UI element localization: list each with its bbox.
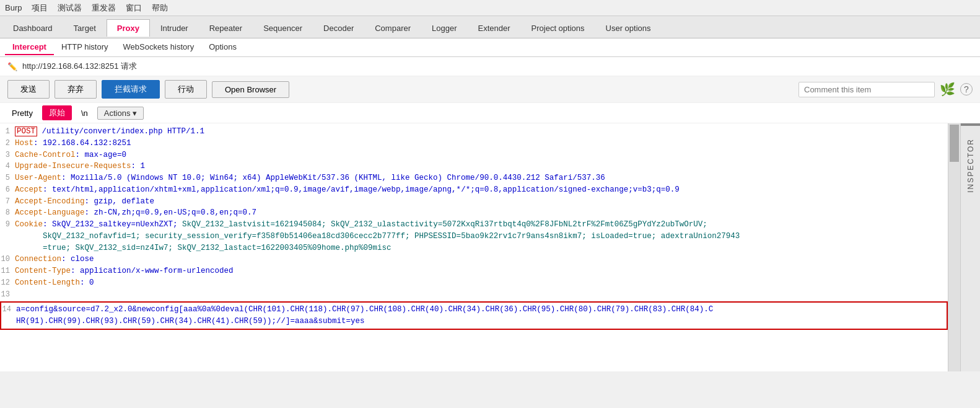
- action-button[interactable]: 行动: [165, 80, 207, 99]
- actions-dropdown[interactable]: Actions ▾: [97, 107, 144, 120]
- subtab-websockets-history[interactable]: WebSockets history: [116, 40, 202, 55]
- tab-extender[interactable]: Extender: [468, 19, 521, 37]
- tab-repeater[interactable]: Repeater: [199, 19, 253, 37]
- tab-dashboard[interactable]: Dashboard: [2, 19, 63, 37]
- code-editor[interactable]: 1 POST /utility/convert/index.php HTTP/1…: [0, 123, 948, 371]
- tab-proxy[interactable]: Proxy: [107, 19, 150, 37]
- table-row: 7 Accept-Encoding: gzip, deflate: [0, 196, 948, 208]
- scrollbar-thumb[interactable]: [950, 125, 959, 162]
- actions-bar: 发送 弃弃 拦截请求 行动 Open Browser 🌿 ?: [0, 76, 980, 103]
- table-row: 14 a=config&source=d7.2_x2.0&newconfig[a…: [0, 301, 948, 330]
- menu-project[interactable]: 项目: [32, 2, 48, 14]
- raw-button[interactable]: 原始: [42, 105, 72, 120]
- table-row: 2 Host: 192.168.64.132:8251: [0, 138, 948, 149]
- table-row: 1 POST /utility/convert/index.php HTTP/1…: [0, 126, 948, 138]
- table-row: 4 Upgrade-Insecure-Requests: 1: [0, 161, 948, 172]
- format-bar: Pretty 原始 \n Actions ▾: [0, 103, 980, 123]
- menu-help[interactable]: 帮助: [152, 2, 168, 14]
- table-row: 5 User-Agent: Mozilla/5.0 (Windows NT 10…: [0, 172, 948, 184]
- inspector-top-bar: [961, 123, 980, 126]
- url-bar: ✏️ http://192.168.64.132:8251 请求: [0, 57, 980, 76]
- subtab-http-history[interactable]: HTTP history: [54, 40, 116, 55]
- chevron-down-icon: ▾: [133, 109, 137, 118]
- table-row: 12 Content-Length: 0: [0, 277, 948, 289]
- send-button[interactable]: 发送: [7, 80, 50, 99]
- main-content: 1 POST /utility/convert/index.php HTTP/1…: [0, 123, 980, 371]
- table-row: 3 Cache-Control: max-age=0: [0, 149, 948, 161]
- colorful-icon[interactable]: 🌿: [940, 82, 955, 97]
- tab-user-options[interactable]: User options: [595, 19, 662, 37]
- actions-label: Actions: [104, 109, 131, 118]
- table-row: 11 Content-Type: application/x-www-form-…: [0, 265, 948, 277]
- table-row: 9 Cookie: SkQV_2132_saltkey=nUexhZXT; Sk…: [0, 219, 948, 254]
- newline-button[interactable]: \n: [74, 107, 95, 120]
- tab-decoder[interactable]: Decoder: [313, 19, 364, 37]
- top-nav: Dashboard Target Proxy Intruder Repeater…: [0, 16, 980, 38]
- menubar: Burp 项目 测试器 重发器 窗口 帮助: [0, 0, 980, 16]
- tab-intruder[interactable]: Intruder: [150, 19, 199, 37]
- pretty-button[interactable]: Pretty: [5, 107, 40, 120]
- request-url: http://192.168.64.132:8251 请求: [22, 61, 137, 72]
- tab-target[interactable]: Target: [63, 19, 107, 37]
- tab-sequencer[interactable]: Sequencer: [253, 19, 313, 37]
- subtab-options[interactable]: Options: [201, 40, 244, 55]
- discard-button[interactable]: 弃弃: [55, 80, 97, 99]
- inspector-label: INSPECTOR: [966, 138, 975, 193]
- table-row: 6 Accept: text/html,application/xhtml+xm…: [0, 184, 948, 196]
- table-row: 10 Connection: close: [0, 254, 948, 265]
- subtab-intercept[interactable]: Intercept: [5, 40, 54, 55]
- menu-tester[interactable]: 测试器: [58, 2, 82, 14]
- sub-nav: Intercept HTTP history WebSockets histor…: [0, 38, 980, 57]
- menu-burp[interactable]: Burp: [5, 3, 22, 12]
- menu-repeater[interactable]: 重发器: [92, 2, 116, 14]
- table-row: 13: [0, 289, 948, 301]
- pencil-icon: ✏️: [7, 62, 17, 71]
- inspector-sidebar: INSPECTOR: [960, 123, 980, 371]
- tab-comparer[interactable]: Comparer: [364, 19, 421, 37]
- scrollbar-track[interactable]: [948, 123, 960, 371]
- tab-project-options[interactable]: Project options: [521, 19, 595, 37]
- comment-input[interactable]: [798, 82, 935, 97]
- table-row: 8 Accept-Language: zh-CN,zh;q=0.9,en-US;…: [0, 207, 948, 219]
- tab-logger[interactable]: Logger: [421, 19, 467, 37]
- post-method: POST: [15, 126, 37, 136]
- menu-window[interactable]: 窗口: [126, 2, 142, 14]
- help-button[interactable]: ?: [960, 83, 973, 95]
- open-browser-button[interactable]: Open Browser: [212, 81, 289, 98]
- intercept-button[interactable]: 拦截请求: [102, 80, 160, 99]
